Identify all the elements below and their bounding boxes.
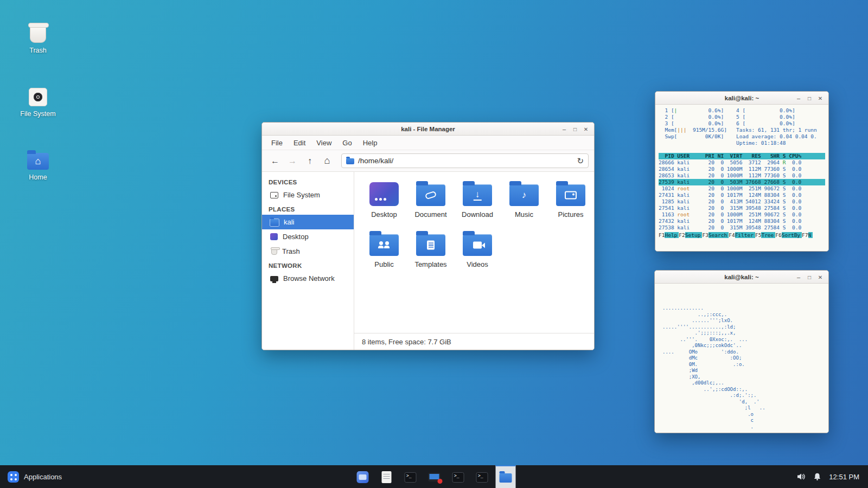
text-editor-icon — [381, 471, 391, 483]
minimize-icon[interactable] — [794, 93, 803, 103]
folder-label: Templates — [414, 260, 446, 268]
menu-file[interactable]: File — [266, 137, 288, 149]
htop-meter-line: 1 [| 0.6%] 4 [ 0.0%] — [659, 107, 825, 114]
minimize-icon[interactable] — [559, 124, 569, 134]
desktop-icon-home[interactable]: Home — [12, 136, 64, 181]
folder-label: Desktop — [371, 210, 397, 219]
htop-meter-line: Mem[||| 915M/15.6G] Tasks: 61, 131 thr; … — [659, 127, 825, 133]
home-button[interactable] — [320, 153, 335, 169]
htop-process-row: 1024 root 20 0 1000M 251M 90672 S 0.0 — [659, 185, 825, 192]
taskbar-window-5[interactable] — [472, 465, 492, 488]
file-view: DesktopDocument↓Download♪MusicPicturesPu… — [354, 172, 594, 350]
fkey-f3[interactable]: F3 — [702, 232, 708, 238]
photo-emblem — [565, 191, 577, 200]
taskbar-window-1[interactable] — [376, 465, 397, 488]
folder-label: Pictures — [558, 210, 584, 219]
desktop-icon-label: File System — [20, 110, 55, 118]
htop-process-row: 27432 kali 20 0 1017M 124M 88304 S 0.0 — [659, 218, 825, 224]
terminal-titlebar[interactable]: kali@kali: ~ — [655, 271, 828, 284]
toolbar: /home/kali/ — [262, 150, 594, 172]
sidebar-item-browse-network[interactable]: Browse Network — [262, 271, 354, 286]
taskbar-tray: 12:51 PM — [788, 465, 868, 488]
desktop-icon-trash[interactable]: Trash — [12, 9, 64, 54]
folder-download[interactable]: ↓Download — [454, 177, 501, 227]
fkey-label[interactable]: N — [808, 232, 813, 238]
htop-process-row: 27541 kali 20 0 315M 39548 27584 S 0.0 — [659, 205, 825, 211]
maximize-icon[interactable] — [805, 272, 814, 282]
folder-document[interactable]: Document — [407, 177, 454, 227]
sidebar-item-label: Desktop — [283, 233, 309, 241]
folder-icon: ↓ — [463, 184, 492, 206]
window-controls — [559, 123, 591, 136]
fkey-f2[interactable]: F2 — [679, 232, 685, 238]
taskbar-window-4[interactable] — [448, 465, 468, 488]
fkey-f6[interactable]: F6 — [775, 232, 781, 238]
sidebar-item-desktop[interactable]: Desktop — [262, 229, 354, 244]
folder-desktop[interactable]: Desktop — [361, 177, 407, 227]
down-arrow-emblem: ↓ — [474, 190, 482, 201]
maximize-icon[interactable] — [805, 93, 814, 103]
sidebar-item-label: Trash — [282, 247, 300, 255]
refresh-icon[interactable] — [577, 156, 584, 166]
volume-icon[interactable] — [796, 472, 806, 481]
menu-edit[interactable]: Edit — [289, 137, 310, 149]
terminal-window-htop: kali@kali: ~ 1 [| 0.6%] 4 [ 0.0%] 2 [ 0.… — [655, 91, 829, 252]
taskbar-window-0[interactable] — [353, 465, 373, 488]
path-bar[interactable]: /home/kali/ — [341, 153, 589, 168]
sidebar-item-trash[interactable]: Trash — [262, 244, 354, 259]
terminal-icon — [452, 472, 464, 483]
taskbar-window-2[interactable] — [400, 465, 420, 488]
applications-label: Applications — [24, 473, 62, 481]
notification-badge — [437, 479, 442, 484]
fkey-f1[interactable]: F1 — [659, 232, 665, 238]
up-button[interactable] — [302, 153, 317, 169]
notifications-bell-icon[interactable] — [813, 472, 821, 481]
fkey-label[interactable]: SortBy — [782, 232, 802, 238]
file-manager-titlebar[interactable]: kali - File Manager — [262, 123, 594, 136]
fkey-label[interactable]: Tree — [761, 232, 775, 238]
folder-pictures[interactable]: Pictures — [547, 177, 594, 227]
folder-videos[interactable]: Videos — [454, 227, 501, 277]
sidebar-item-kali[interactable]: kali — [262, 215, 354, 229]
trash-icon — [271, 248, 277, 255]
terminal-icon — [476, 472, 488, 483]
minimize-icon[interactable] — [794, 272, 803, 282]
back-button[interactable] — [267, 153, 283, 169]
htop-meter-line: 2 [ 0.0%] 5 [ 0.0%] — [659, 114, 825, 120]
fkey-label[interactable]: Search — [709, 232, 729, 238]
music-note-emblem: ♪ — [522, 190, 527, 201]
sidebar: DEVICESFile SystemPLACESkaliDesktopTrash… — [262, 172, 354, 350]
close-icon[interactable] — [581, 124, 591, 134]
sidebar-item-file-system[interactable]: File System — [262, 188, 354, 202]
htop-output: 1 [| 0.6%] 4 [ 0.0%] 2 [ 0.0%] 5 [ 0.0%]… — [655, 105, 828, 241]
taskbar-window-6[interactable] — [496, 465, 516, 488]
applications-menu[interactable]: Applications — [0, 465, 69, 488]
kali-ascii-art: .............. ..,;:ccc,. ......''';lxO.… — [655, 284, 828, 433]
folder-public[interactable]: Public — [361, 227, 407, 277]
taskbar-window-3[interactable] — [424, 465, 444, 488]
folder-music[interactable]: ♪Music — [501, 177, 547, 227]
maximize-icon[interactable] — [570, 124, 580, 134]
fkey-label[interactable]: Help — [665, 232, 679, 238]
menu-help[interactable]: Help — [358, 137, 382, 149]
close-icon[interactable] — [815, 93, 825, 103]
kali-logo-icon — [8, 471, 19, 483]
forward-button[interactable] — [285, 153, 300, 169]
clock[interactable]: 12:51 PM — [829, 473, 859, 481]
terminal-titlebar[interactable]: kali@kali: ~ — [655, 92, 828, 105]
fkey-label[interactable]: Filter — [735, 232, 755, 238]
fkey-f7[interactable]: F7 — [802, 232, 808, 238]
terminal-icon — [404, 472, 416, 483]
desktop-icon-filesystem[interactable]: File System — [12, 72, 64, 118]
folder-templates[interactable]: Templates — [407, 227, 454, 277]
fkey-label[interactable]: Setup — [685, 232, 703, 238]
folder-icon — [270, 219, 279, 226]
htop-table-header: PID USER PRI NI VIRT RES SHR S CPU% — [659, 153, 825, 159]
fkey-f4[interactable]: F4 — [729, 232, 735, 238]
close-icon[interactable] — [815, 272, 825, 282]
window-controls — [794, 271, 825, 284]
menu-go[interactable]: Go — [337, 137, 356, 149]
fkey-f5[interactable]: F5 — [755, 232, 761, 238]
menu-view[interactable]: View — [311, 137, 336, 149]
taskbar: Applications 12:51 PM — [0, 465, 868, 488]
